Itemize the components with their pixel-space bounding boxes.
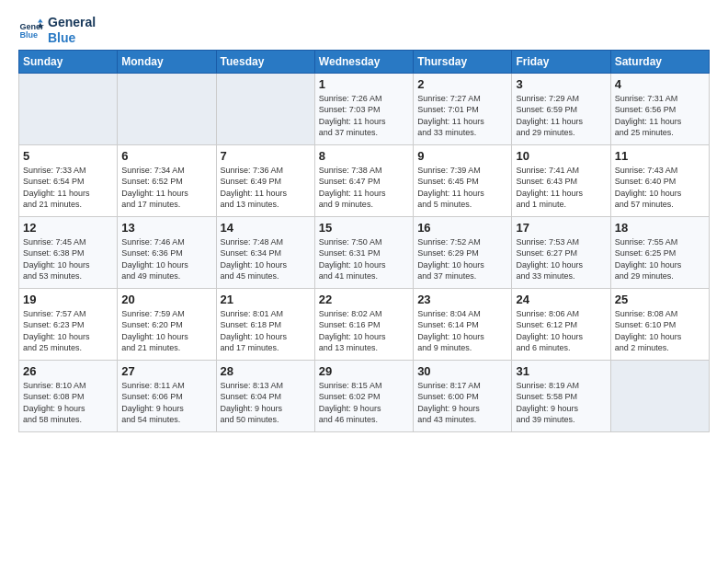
cell-info: Sunrise: 8:11 AM Sunset: 6:06 PM Dayligh… [121,380,211,426]
calendar-cell: 20Sunrise: 7:59 AM Sunset: 6:20 PM Dayli… [118,288,216,360]
calendar-cell: 1Sunrise: 7:26 AM Sunset: 7:03 PM Daylig… [314,73,413,144]
cell-info: Sunrise: 8:15 AM Sunset: 6:02 PM Dayligh… [319,380,409,426]
day-number: 3 [516,77,606,91]
calendar-cell: 11Sunrise: 7:43 AM Sunset: 6:40 PM Dayli… [610,144,709,216]
cell-info: Sunrise: 8:17 AM Sunset: 6:00 PM Dayligh… [417,380,507,426]
cell-info: Sunrise: 8:01 AM Sunset: 6:18 PM Dayligh… [221,308,311,354]
cell-info: Sunrise: 7:57 AM Sunset: 6:23 PM Dayligh… [23,308,113,354]
day-number: 6 [121,149,211,163]
header-tuesday: Tuesday [216,50,314,73]
header-monday: Monday [118,50,216,73]
cell-info: Sunrise: 7:38 AM Sunset: 6:47 PM Dayligh… [319,165,409,211]
day-number: 25 [615,293,705,306]
calendar-cell: 27Sunrise: 8:11 AM Sunset: 6:06 PM Dayli… [118,360,216,431]
day-number: 29 [319,364,409,378]
calendar-cell: 23Sunrise: 8:04 AM Sunset: 6:14 PM Dayli… [414,288,512,360]
logo: General Blue General Blue [18,15,96,46]
calendar-cell: 10Sunrise: 7:41 AM Sunset: 6:43 PM Dayli… [512,144,610,216]
cell-info: Sunrise: 7:29 AM Sunset: 6:59 PM Dayligh… [516,93,606,139]
cell-info: Sunrise: 8:08 AM Sunset: 6:10 PM Dayligh… [615,308,705,354]
day-number: 18 [615,221,705,235]
calendar-cell: 2Sunrise: 7:27 AM Sunset: 7:01 PM Daylig… [414,73,512,144]
header-wednesday: Wednesday [314,50,413,73]
day-number: 30 [417,364,507,378]
cell-info: Sunrise: 7:27 AM Sunset: 7:01 PM Dayligh… [417,93,507,139]
cell-info: Sunrise: 7:31 AM Sunset: 6:56 PM Dayligh… [615,93,705,139]
cell-info: Sunrise: 7:46 AM Sunset: 6:36 PM Dayligh… [121,236,211,282]
calendar-cell: 18Sunrise: 7:55 AM Sunset: 6:25 PM Dayli… [610,216,709,288]
week-row-4: 26Sunrise: 8:10 AM Sunset: 6:08 PM Dayli… [19,360,710,431]
calendar-cell: 17Sunrise: 7:53 AM Sunset: 6:27 PM Dayli… [512,216,610,288]
day-number: 24 [516,293,606,306]
page: General Blue General Blue SundayMondayTu… [0,0,728,563]
calendar-cell: 21Sunrise: 8:01 AM Sunset: 6:18 PM Dayli… [216,288,314,360]
day-number: 31 [516,364,606,378]
week-row-3: 19Sunrise: 7:57 AM Sunset: 6:23 PM Dayli… [19,288,710,360]
cell-info: Sunrise: 7:26 AM Sunset: 7:03 PM Dayligh… [319,93,409,139]
cell-info: Sunrise: 7:48 AM Sunset: 6:34 PM Dayligh… [221,236,311,282]
cell-info: Sunrise: 7:33 AM Sunset: 6:54 PM Dayligh… [23,165,113,211]
day-number: 13 [121,221,211,235]
calendar-cell: 5Sunrise: 7:33 AM Sunset: 6:54 PM Daylig… [19,144,118,216]
day-number: 28 [221,364,311,378]
cell-info: Sunrise: 8:06 AM Sunset: 6:12 PM Dayligh… [516,308,606,354]
day-number: 26 [23,364,113,378]
day-number: 9 [417,149,507,163]
calendar-cell: 19Sunrise: 7:57 AM Sunset: 6:23 PM Dayli… [19,288,118,360]
day-number: 2 [417,77,507,91]
calendar-cell [118,73,216,144]
calendar-cell: 3Sunrise: 7:29 AM Sunset: 6:59 PM Daylig… [512,73,610,144]
day-number: 11 [615,149,705,163]
header-saturday: Saturday [610,50,709,73]
calendar-cell [19,73,118,144]
day-number: 8 [319,149,409,163]
cell-info: Sunrise: 7:34 AM Sunset: 6:52 PM Dayligh… [121,165,211,211]
cell-info: Sunrise: 8:13 AM Sunset: 6:04 PM Dayligh… [221,380,311,426]
calendar-cell: 26Sunrise: 8:10 AM Sunset: 6:08 PM Dayli… [19,360,118,431]
day-number: 14 [221,221,311,235]
calendar-cell: 14Sunrise: 7:48 AM Sunset: 6:34 PM Dayli… [216,216,314,288]
cell-info: Sunrise: 7:45 AM Sunset: 6:38 PM Dayligh… [23,236,113,282]
calendar-cell: 29Sunrise: 8:15 AM Sunset: 6:02 PM Dayli… [314,360,413,431]
cell-info: Sunrise: 7:55 AM Sunset: 6:25 PM Dayligh… [615,236,705,282]
calendar-cell: 28Sunrise: 8:13 AM Sunset: 6:04 PM Dayli… [216,360,314,431]
header-friday: Friday [512,50,610,73]
week-row-2: 12Sunrise: 7:45 AM Sunset: 6:38 PM Dayli… [19,216,710,288]
day-number: 7 [221,149,311,163]
day-number: 10 [516,149,606,163]
week-row-1: 5Sunrise: 7:33 AM Sunset: 6:54 PM Daylig… [19,144,710,216]
logo-text-blue: Blue [48,30,96,46]
day-number: 12 [23,221,113,235]
calendar-cell: 25Sunrise: 8:08 AM Sunset: 6:10 PM Dayli… [610,288,709,360]
calendar-cell: 15Sunrise: 7:50 AM Sunset: 6:31 PM Dayli… [314,216,413,288]
calendar-cell: 9Sunrise: 7:39 AM Sunset: 6:45 PM Daylig… [414,144,512,216]
cell-info: Sunrise: 8:02 AM Sunset: 6:16 PM Dayligh… [319,308,409,354]
calendar-cell: 24Sunrise: 8:06 AM Sunset: 6:12 PM Dayli… [512,288,610,360]
day-number: 21 [221,293,311,306]
cell-info: Sunrise: 7:39 AM Sunset: 6:45 PM Dayligh… [417,165,507,211]
day-number: 23 [417,293,507,306]
cell-info: Sunrise: 7:36 AM Sunset: 6:49 PM Dayligh… [221,165,311,211]
cell-info: Sunrise: 8:19 AM Sunset: 5:58 PM Dayligh… [516,380,606,426]
cell-info: Sunrise: 7:41 AM Sunset: 6:43 PM Dayligh… [516,165,606,211]
cell-info: Sunrise: 7:50 AM Sunset: 6:31 PM Dayligh… [319,236,409,282]
calendar-cell: 22Sunrise: 8:02 AM Sunset: 6:16 PM Dayli… [314,288,413,360]
calendar-cell: 13Sunrise: 7:46 AM Sunset: 6:36 PM Dayli… [118,216,216,288]
header-sunday: Sunday [19,50,118,73]
calendar-cell: 4Sunrise: 7:31 AM Sunset: 6:56 PM Daylig… [610,73,709,144]
svg-marker-2 [38,18,43,22]
cell-info: Sunrise: 7:52 AM Sunset: 6:29 PM Dayligh… [417,236,507,282]
svg-text:Blue: Blue [19,30,38,40]
calendar-cell: 12Sunrise: 7:45 AM Sunset: 6:38 PM Dayli… [19,216,118,288]
calendar-cell: 8Sunrise: 7:38 AM Sunset: 6:47 PM Daylig… [314,144,413,216]
cell-info: Sunrise: 8:04 AM Sunset: 6:14 PM Dayligh… [417,308,507,354]
header: General Blue General Blue [18,15,710,46]
calendar-cell: 7Sunrise: 7:36 AM Sunset: 6:49 PM Daylig… [216,144,314,216]
day-number: 22 [319,293,409,306]
day-number: 15 [319,221,409,235]
calendar-cell: 31Sunrise: 8:19 AM Sunset: 5:58 PM Dayli… [512,360,610,431]
day-number: 5 [23,149,113,163]
day-number: 16 [417,221,507,235]
cell-info: Sunrise: 7:43 AM Sunset: 6:40 PM Dayligh… [615,165,705,211]
calendar-cell: 16Sunrise: 7:52 AM Sunset: 6:29 PM Dayli… [414,216,512,288]
